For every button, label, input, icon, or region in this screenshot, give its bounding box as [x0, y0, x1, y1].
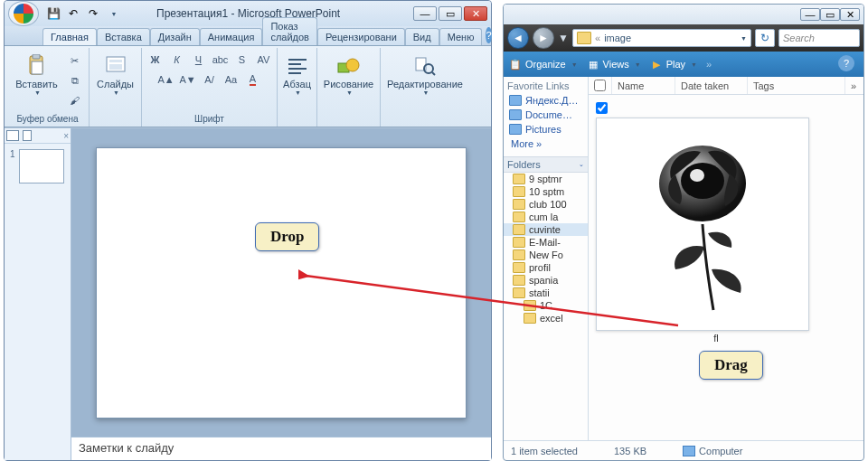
tab-home[interactable]: Главная	[42, 28, 97, 45]
tab-slideshow[interactable]: Показ слайдов	[262, 17, 317, 45]
ex-minimize-button[interactable]: —	[800, 8, 820, 21]
folder-item[interactable]: cuvinte	[504, 223, 588, 236]
change-case-button[interactable]: Aa	[222, 71, 241, 89]
folder-item[interactable]: spania	[504, 274, 588, 287]
cols-overflow[interactable]: »	[845, 77, 863, 94]
folder-item[interactable]: statii	[504, 287, 588, 299]
tab-view[interactable]: Вид	[405, 28, 439, 45]
svg-line-14	[432, 72, 435, 75]
col-tags[interactable]: Tags	[748, 77, 845, 94]
col-name[interactable]: Name	[612, 77, 675, 94]
editing-button[interactable]: Редактирование ▼	[382, 50, 468, 99]
paragraph-button[interactable]: Абзац ▼	[278, 50, 316, 99]
col-date[interactable]: Date taken	[675, 77, 748, 94]
svg-point-16	[681, 163, 724, 199]
bold-button[interactable]: Ж	[146, 51, 165, 69]
cut-button[interactable]: ✂	[65, 52, 85, 70]
slide-number: 1	[10, 149, 15, 183]
redo-button[interactable]: ↷	[84, 5, 102, 23]
shadow-button[interactable]: S	[232, 51, 252, 69]
office-button[interactable]	[8, 1, 39, 26]
folder-item[interactable]: club 100	[504, 198, 588, 211]
tab-menu[interactable]: Меню	[439, 28, 483, 45]
folder-item[interactable]: 1C	[504, 299, 588, 312]
strike-button[interactable]: abc	[211, 51, 231, 69]
select-all-checkbox[interactable]	[594, 80, 606, 91]
close-button[interactable]: ✕	[464, 6, 487, 21]
tab-design[interactable]: Дизайн	[150, 28, 200, 45]
powerpoint-titlebar: 💾 ↶ ↷ ▼ Презентация1 - Microsoft PowerPo…	[5, 1, 491, 26]
clear-format-button[interactable]: A/	[200, 71, 220, 89]
status-selection: 1 item selected	[511, 446, 578, 456]
save-button[interactable]: 💾	[44, 5, 62, 23]
copy-button[interactable]: ⧉	[65, 71, 85, 89]
group-slides-label	[114, 113, 117, 125]
tab-animation[interactable]: Анимация	[200, 28, 263, 45]
outline-tab-icon[interactable]	[23, 130, 32, 141]
back-button[interactable]: ◄	[507, 27, 529, 49]
folder-item[interactable]: profil	[504, 261, 588, 274]
ex-help-button[interactable]: ?	[838, 55, 854, 71]
columns-header: Name Date taken Tags »	[589, 77, 863, 95]
play-button[interactable]: ▶ Play▼	[650, 58, 697, 71]
folder-item[interactable]: New Fo	[504, 249, 588, 261]
folder-icon	[577, 32, 591, 44]
folder-item[interactable]: 9 sptmr	[504, 173, 588, 185]
organize-button[interactable]: 📋 Organize▼	[509, 58, 578, 71]
font-color-button[interactable]: A	[243, 71, 263, 89]
minimize-button[interactable]: —	[413, 6, 437, 21]
undo-button[interactable]: ↶	[64, 5, 82, 23]
web-icon	[509, 95, 522, 106]
format-painter-button[interactable]: 🖌	[65, 91, 85, 109]
pictures-icon	[509, 124, 522, 135]
address-bar[interactable]: « image ▼	[572, 29, 751, 47]
slide-canvas[interactable]	[96, 147, 467, 419]
folder-item[interactable]: excel	[504, 312, 588, 325]
slides-button[interactable]: Слайды ▼	[91, 50, 139, 99]
shrink-font-button[interactable]: A▼	[178, 71, 198, 89]
help-button[interactable]: ?	[486, 27, 491, 43]
ex-close-button[interactable]: ✕	[840, 8, 860, 21]
folder-item[interactable]: E-Mail-	[504, 236, 588, 249]
slide-thumbnail[interactable]: 1	[10, 149, 65, 183]
paste-label: Вставить	[15, 79, 58, 89]
italic-button[interactable]: К	[167, 51, 187, 69]
pane-close-button[interactable]: ×	[63, 131, 69, 141]
slides-tab-icon[interactable]	[6, 130, 19, 141]
fav-pictures[interactable]: Pictures	[507, 122, 584, 136]
item-checkbox[interactable]	[596, 102, 608, 114]
fav-documents[interactable]: Docume…	[507, 108, 584, 122]
views-button[interactable]: ▦ Views▼	[587, 58, 641, 71]
refresh-button[interactable]: ↻	[755, 29, 775, 47]
file-item[interactable]: fl	[596, 118, 809, 343]
breadcrumb-folder[interactable]: image	[604, 33, 631, 43]
tab-insert[interactable]: Вставка	[97, 28, 150, 45]
folder-item[interactable]: 10 sptm	[504, 185, 588, 198]
svg-point-11	[346, 59, 359, 71]
office-logo-icon	[14, 4, 33, 24]
file-list[interactable]: fl	[589, 95, 863, 440]
underline-button[interactable]: Ч	[189, 51, 209, 69]
drawing-button[interactable]: Рисование ▼	[318, 50, 379, 99]
fav-yandex[interactable]: Яндекс.Д…	[507, 93, 584, 108]
favorites-label: Favorite Links	[507, 80, 584, 91]
char-spacing-button[interactable]: AV	[254, 51, 274, 69]
align-icon	[284, 53, 311, 79]
svg-rect-4	[109, 60, 122, 62]
ribbon-tabs: Главная Вставка Дизайн Анимация Показ сл…	[5, 26, 491, 46]
folder-item[interactable]: cum la	[504, 211, 588, 223]
paste-button[interactable]: Вставить ▼	[10, 50, 63, 99]
qat-customize[interactable]: ▼	[104, 5, 122, 23]
folders-header[interactable]: Folders⌄	[504, 156, 588, 173]
grow-font-button[interactable]: A▲	[156, 71, 176, 89]
history-dropdown[interactable]: ▼	[558, 27, 569, 49]
notes-pane[interactable]: Заметки к слайду	[71, 437, 491, 460]
maximize-button[interactable]: ▭	[439, 6, 462, 21]
tab-review[interactable]: Рецензировани	[317, 28, 405, 45]
powerpoint-window: 💾 ↶ ↷ ▼ Презентация1 - Microsoft PowerPo…	[4, 0, 492, 461]
ex-maximize-button[interactable]: ▭	[820, 8, 840, 21]
search-input[interactable]: Search	[778, 29, 860, 47]
svg-rect-2	[32, 61, 42, 74]
more-link[interactable]: More »	[507, 136, 584, 151]
forward-button[interactable]: ►	[533, 27, 554, 49]
